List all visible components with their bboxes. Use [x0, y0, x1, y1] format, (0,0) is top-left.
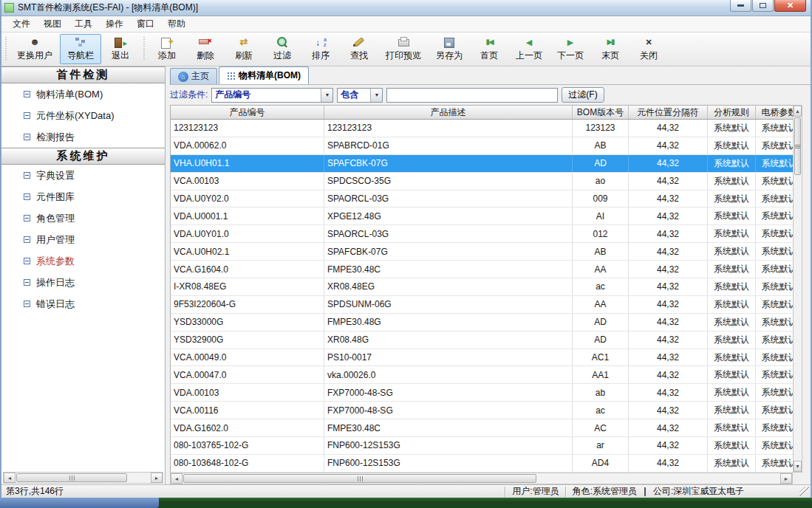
- scroll-up-icon[interactable]: ▲: [794, 106, 802, 117]
- vertical-scrollbar[interactable]: ▲ ▼: [793, 105, 802, 473]
- horizontal-scroll-thumb[interactable]: [183, 474, 536, 483]
- sidebar-horizontal-scrollbar[interactable]: ◄►: [3, 472, 163, 484]
- table-row[interactable]: VCA.00116FXP7000-48-SGac44,32系统默认系统默认: [171, 402, 793, 419]
- last-page-button[interactable]: 末页: [591, 34, 630, 64]
- table-cell: 44,32: [629, 190, 708, 207]
- tab-home[interactable]: 主页: [170, 68, 217, 84]
- table-row[interactable]: 12312312312312312312312344,32系统默认系统默认: [171, 120, 793, 137]
- filter-value-input[interactable]: [386, 88, 558, 103]
- sidebar-section-title-1: 系统维护: [1, 148, 165, 165]
- resize-grip[interactable]: [799, 487, 809, 496]
- menu-item-5[interactable]: 帮助: [161, 16, 192, 32]
- table-row[interactable]: VDA.U0001.1XPGE12.48GAI44,32系统默认系统默认: [171, 207, 793, 225]
- sidebar-item[interactable]: 检测报告: [1, 126, 165, 148]
- table-row[interactable]: YSD32900GXR08.48GAD44,32系统默认系统默认: [171, 332, 793, 349]
- toolbar-grip[interactable]: [141, 37, 146, 61]
- sidebar-item[interactable]: 角色管理: [1, 207, 165, 229]
- table-row[interactable]: VCA.U0H02.1SPAFCBK-07GAB44,32系统默认系统默认: [171, 243, 793, 261]
- horizontal-scroll-track[interactable]: [128, 473, 151, 483]
- table-row[interactable]: VDA.U0Y02.0SPAORCL-03G00944,32系统默认系统默认: [171, 190, 793, 208]
- status-divider: [565, 487, 567, 497]
- table-cell: XR08.48G: [324, 332, 573, 349]
- first-page-button[interactable]: 首页: [470, 34, 508, 64]
- sidebar-item[interactable]: 字典设置: [1, 165, 165, 186]
- sidebar-item[interactable]: 元件坐标(XYData): [1, 105, 165, 126]
- menu-item-3[interactable]: 操作: [99, 16, 130, 32]
- sidebar-item[interactable]: 错误日志: [1, 293, 165, 315]
- column-header[interactable]: 分析规则: [708, 106, 756, 119]
- table-row[interactable]: 080-103765-102-GFNP600-12S153Gar44,32系统默…: [171, 437, 793, 455]
- nav-pane-button[interactable]: 导航栏: [60, 34, 101, 64]
- sidebar-item[interactable]: 物料清单(BOM): [1, 83, 165, 105]
- toolbar-grip[interactable]: [3, 37, 8, 61]
- menu-item-1[interactable]: 视图: [37, 16, 68, 32]
- column-header[interactable]: 电桥参数: [756, 106, 793, 119]
- menu-item-0[interactable]: 文件: [6, 16, 37, 32]
- delete-button[interactable]: 删除: [186, 34, 225, 64]
- column-header[interactable]: 元件位置分隔符: [629, 106, 708, 119]
- find-button[interactable]: 查找: [340, 34, 378, 64]
- menu-item-4[interactable]: 窗口: [130, 16, 161, 32]
- close-button[interactable]: ✕: [774, 0, 806, 12]
- sidebar-item[interactable]: 系统参数: [1, 250, 165, 272]
- table-row[interactable]: VCA.00103SPDCSCO-35Gao44,32系统默认系统默认: [171, 173, 793, 190]
- vertical-scroll-thumb[interactable]: [794, 117, 801, 175]
- app-icon: [4, 3, 14, 13]
- column-header[interactable]: 产品描述: [324, 106, 573, 119]
- table-row[interactable]: VDA.00103FXP7000-48-SGab44,32系统默认系统默认: [171, 384, 793, 402]
- save-as-button[interactable]: 另存为: [429, 34, 470, 64]
- table-row[interactable]: VCA.G1604.0FMPE30.48CAA44,32系统默认系统默认: [171, 261, 793, 278]
- vertical-scroll-track[interactable]: [794, 176, 802, 461]
- chevron-down-icon[interactable]: ▼: [370, 89, 382, 102]
- filter-field-select[interactable]: 产品编号 ▼: [211, 88, 333, 103]
- add-button[interactable]: 添加: [148, 34, 186, 64]
- refresh-button[interactable]: 刷新: [225, 34, 263, 64]
- sidebar-item[interactable]: 元件图库: [1, 186, 165, 207]
- table-cell: 系统默认: [708, 155, 756, 172]
- scroll-left-icon[interactable]: ◄: [171, 473, 182, 484]
- scroll-right-icon[interactable]: ►: [151, 473, 163, 483]
- horizontal-scroll-track[interactable]: [537, 473, 780, 484]
- table-row[interactable]: VDA.U0Y01.0SPAORCL-03G01244,32系统默认系统默认: [171, 225, 793, 243]
- table-row[interactable]: 080-103648-102-GFNP600-12S153GAD444,32系统…: [171, 455, 793, 473]
- next-page-button[interactable]: 下一页: [550, 34, 591, 64]
- scroll-left-icon[interactable]: ◄: [4, 473, 16, 483]
- table-row[interactable]: I-XR08.48EGXR08.48EGac44,32系统默认系统默认: [171, 278, 793, 296]
- tree-node-icon: [24, 215, 30, 222]
- minimize-icon: [737, 4, 744, 7]
- table-row[interactable]: VCA.00047.0vka.00026.0AA144,32系统默认系统默认: [171, 366, 793, 384]
- restore-button[interactable]: [752, 0, 774, 12]
- table-row[interactable]: VHA.U0H01.1SPAFCBK-07GAD44,32系统默认系统默认: [171, 155, 793, 173]
- table-row[interactable]: YSD33000GFMPE30.48GAD44,32系统默认系统默认: [171, 314, 793, 332]
- scroll-down-icon[interactable]: ▼: [794, 461, 802, 472]
- print-preview-button[interactable]: 打印预览: [378, 34, 429, 64]
- minimize-button[interactable]: [730, 0, 751, 12]
- table-cell: 系统默认: [708, 173, 756, 190]
- filter-operator-select[interactable]: 包含 ▼: [337, 88, 383, 103]
- switch-user-button[interactable]: 更换用户: [10, 34, 60, 64]
- table-cell: 44,32: [629, 366, 708, 383]
- table-row[interactable]: 9F53I220604-GSPDSUNM-06GAA44,32系统默认系统默认: [171, 296, 793, 314]
- table-row[interactable]: VDA.00062.0SPABRCD-01GAB44,32系统默认系统默认: [171, 137, 793, 155]
- exit-button[interactable]: 退出: [101, 34, 140, 64]
- app-window: SMT首件检测系统(ES-FAI) - [物料清单(BOM)] ✕ 文件视图工具…: [0, 0, 812, 498]
- tree-node-icon: [24, 91, 30, 97]
- close-tb-button[interactable]: 关闭: [630, 34, 668, 64]
- column-header[interactable]: 产品编号: [171, 106, 324, 119]
- thumb-grip-icon: [795, 145, 800, 148]
- column-header[interactable]: BOM版本号: [573, 106, 629, 119]
- filter-tb-button[interactable]: 过滤: [263, 34, 301, 64]
- horizontal-scrollbar[interactable]: ◄ ►: [170, 473, 793, 484]
- tab-bom-grid[interactable]: 物料清单(BOM): [219, 66, 309, 84]
- sidebar-item[interactable]: 操作日志: [1, 272, 165, 293]
- sidebar-item[interactable]: 用户管理: [1, 229, 165, 250]
- prev-page-button[interactable]: 上一页: [508, 34, 550, 64]
- sort-button[interactable]: 排序: [301, 34, 340, 64]
- table-row[interactable]: VCA.00049.0PS10-0017AC144,32系统默认系统默认: [171, 349, 793, 367]
- filter-apply-button[interactable]: 过滤(F): [562, 87, 604, 103]
- menu-item-2[interactable]: 工具: [68, 16, 99, 32]
- horizontal-scroll-thumb[interactable]: [16, 473, 127, 482]
- scroll-right-icon[interactable]: ►: [780, 473, 792, 484]
- chevron-down-icon[interactable]: ▼: [321, 89, 332, 102]
- table-row[interactable]: VDA.G1602.0FMPE30.48CAC44,32系统默认系统默认: [171, 419, 793, 437]
